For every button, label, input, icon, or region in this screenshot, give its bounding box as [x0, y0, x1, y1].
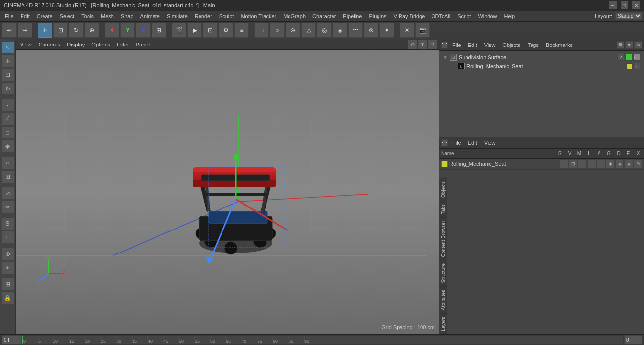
vp-menu-cameras[interactable]: Cameras — [36, 41, 63, 48]
menu-vray[interactable]: V-Ray Bridge — [391, 12, 428, 20]
menu-create[interactable]: Create — [34, 12, 56, 20]
vtab-objects[interactable]: Objects — [439, 178, 447, 201]
cone-button[interactable]: △ — [301, 23, 316, 38]
viewport-render-button[interactable]: 🎬 — [172, 23, 186, 38]
menu-file[interactable]: File — [2, 12, 17, 20]
maximize-button[interactable]: □ — [621, 1, 628, 9]
render-region-button[interactable]: ▶ — [187, 23, 202, 38]
magnet-icon[interactable]: ⊕ — [1, 248, 14, 260]
texture-icon[interactable]: ⊞ — [1, 170, 14, 183]
object-mode-icon[interactable]: ○ — [1, 157, 14, 169]
vp-menu-panel[interactable]: Panel — [133, 41, 152, 48]
om-bookmarks-menu[interactable]: Bookmarks — [543, 42, 575, 48]
render-queue-button[interactable]: ≡ — [234, 23, 249, 38]
mm-view-menu[interactable]: View — [482, 139, 498, 146]
menu-sculpt[interactable]: Sculpt — [216, 12, 237, 20]
floor-icon[interactable]: ⊔ — [1, 231, 14, 244]
edge-mode-icon[interactable]: ∕ — [1, 113, 14, 125]
om-view-menu[interactable]: View — [482, 42, 498, 48]
spline-button[interactable]: 〜 — [348, 23, 363, 38]
menu-pipeline[interactable]: Pipeline — [340, 12, 365, 20]
menu-snap[interactable]: Snap — [118, 12, 136, 20]
menu-plugins[interactable]: Plugins — [366, 12, 389, 20]
obj-visibility-green[interactable] — [625, 54, 632, 61]
mat-ctrl-3[interactable]: — — [578, 160, 586, 168]
torus-button[interactable]: ◎ — [317, 23, 332, 38]
om-file-menu[interactable]: File — [450, 42, 464, 48]
vp-settings-icon[interactable]: □ — [428, 40, 437, 49]
close-button[interactable]: ✕ — [632, 1, 640, 9]
select-tool-icon[interactable]: ↖ — [1, 41, 14, 54]
mat-ctrl-6[interactable]: ◈ — [606, 160, 614, 168]
primitive-button[interactable]: ◈ — [333, 23, 347, 38]
mm-edit-menu[interactable]: Edit — [466, 139, 480, 146]
vtab-layers[interactable]: Layers — [439, 313, 447, 334]
poly-mode-icon[interactable]: □ — [1, 126, 14, 139]
camera-button[interactable]: 📷 — [415, 23, 430, 38]
vtab-content-browser[interactable]: Content Browser — [439, 217, 447, 260]
om-objects-menu[interactable]: Objects — [500, 42, 523, 48]
menu-script[interactable]: Script — [454, 12, 474, 20]
material-row-seat[interactable]: Rolling_Mechanic_Seat · ⊡ — · · ◈ ◈ ◈ ⊕ — [439, 159, 644, 170]
render-settings-button[interactable]: ⚙ — [219, 23, 233, 38]
undo-button[interactable]: ↩ — [2, 23, 17, 38]
menu-simulate[interactable]: Simulate — [164, 12, 191, 20]
menu-character[interactable]: Character — [310, 12, 339, 20]
transform-button[interactable]: ⊕ — [85, 23, 99, 38]
vp-render-icon[interactable]: ▼ — [418, 40, 427, 49]
menu-edit[interactable]: Edit — [18, 12, 33, 20]
snap-icon[interactable]: ⌖ — [1, 261, 14, 274]
point-mode-icon[interactable]: · — [1, 99, 14, 112]
menu-animate[interactable]: Animate — [137, 12, 163, 20]
model-mode-icon[interactable]: ◈ — [1, 140, 14, 153]
vtab-structure[interactable]: Structure — [439, 260, 447, 286]
om-edit-menu[interactable]: Edit — [466, 42, 480, 48]
viewport[interactable]: Perspective — [16, 50, 439, 334]
effector-button[interactable]: ✦ — [379, 23, 394, 38]
paint-icon[interactable]: ✏ — [1, 201, 14, 213]
vtab-attributes[interactable]: Attributes — [439, 286, 447, 313]
obj-check-icon[interactable]: ✓ — [618, 54, 624, 61]
menu-help[interactable]: Help — [501, 12, 518, 20]
cube-button[interactable]: □ — [254, 23, 269, 38]
vp-menu-filter[interactable]: Filter — [114, 41, 131, 48]
lock-icon[interactable]: 🔒 — [1, 292, 14, 304]
rigging-icon[interactable]: ⊿ — [1, 187, 14, 200]
obj-expand-arrow[interactable]: ▼ — [443, 55, 448, 60]
menu-motion-tracker[interactable]: Motion Tracker — [238, 12, 279, 20]
om-tags-menu[interactable]: Tags — [525, 42, 541, 48]
move-tool-button[interactable]: ✛ — [38, 23, 52, 38]
timeline-ruler[interactable]: 0 5 10 15 20 25 30 35 40 45 50 55 60 65 … — [22, 336, 623, 344]
cylinder-button[interactable]: ⊝ — [286, 23, 300, 38]
x-axis-button[interactable]: X — [105, 23, 119, 38]
z-axis-button[interactable]: Z — [136, 23, 151, 38]
vp-menu-options[interactable]: Options — [89, 41, 112, 48]
mat-ctrl-7[interactable]: ◈ — [616, 160, 623, 168]
menu-mograph[interactable]: MoGraph — [280, 12, 309, 20]
move-icon[interactable]: ✛ — [1, 55, 14, 68]
scale-icon[interactable]: ⊡ — [1, 69, 14, 81]
vp-menu-view[interactable]: View — [18, 41, 34, 48]
om-filter-icon[interactable]: ▼ — [625, 41, 633, 49]
mat-ctrl-8[interactable]: ◈ — [625, 160, 633, 168]
rotate-tool-button[interactable]: ↻ — [69, 23, 84, 38]
rotate-icon[interactable]: ↻ — [1, 82, 14, 95]
sphere-button[interactable]: ○ — [270, 23, 285, 38]
mat-ctrl-1[interactable]: · — [560, 160, 568, 168]
mm-file-menu[interactable]: File — [450, 139, 464, 146]
menu-render[interactable]: Render — [192, 12, 215, 20]
menu-mesh[interactable]: Mesh — [98, 12, 117, 20]
menu-3dtoall[interactable]: 3DToAll — [429, 12, 453, 20]
layout-dropdown[interactable]: Startup — [615, 12, 642, 20]
om-search-icon[interactable]: 🔍 — [617, 41, 624, 49]
minimize-button[interactable]: − — [609, 1, 617, 9]
menu-select[interactable]: Select — [57, 12, 78, 20]
redo-button[interactable]: ↪ — [18, 23, 32, 38]
mat-ctrl-4[interactable]: · — [588, 160, 596, 168]
y-axis-button[interactable]: Y — [120, 23, 135, 38]
menu-tools[interactable]: Tools — [78, 12, 97, 20]
deformer-button[interactable]: ⊗ — [364, 23, 378, 38]
grid-icon[interactable]: ⊞ — [1, 278, 14, 291]
mat-ctrl-2[interactable]: ⊡ — [569, 160, 577, 168]
vp-menu-display[interactable]: Display — [65, 41, 87, 48]
